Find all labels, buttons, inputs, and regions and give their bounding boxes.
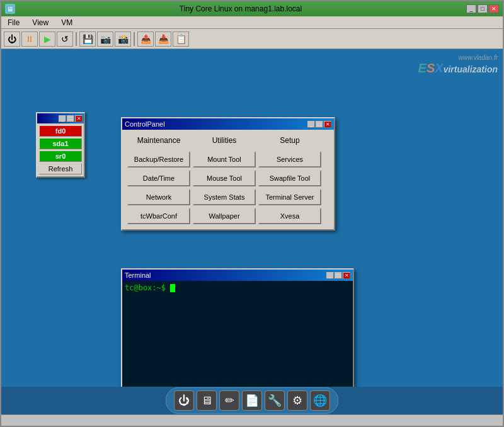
cp-maintenance-column: Maintenance Backup/Restore Date/Time Net…: [127, 135, 190, 224]
receive-button[interactable]: 📥: [155, 31, 171, 47]
widget-content: fd0 sda1 sr0 Refresh: [37, 123, 84, 176]
cp-content: Maintenance Backup/Restore Date/Time Net…: [122, 130, 334, 229]
disk-panel-widget: _ □ ✕ fd0 sda1 sr0 Refresh: [36, 112, 85, 178]
taskbar-power-icon[interactable]: ⏻: [174, 390, 194, 411]
disk-sr0[interactable]: sr0: [39, 151, 82, 162]
play-button[interactable]: ▶: [39, 31, 55, 47]
terminal-prompt: tc@box:~$: [125, 283, 170, 292]
esx-virtualization-text: virtualization: [444, 64, 498, 74]
xvesa-button[interactable]: Xvesa: [258, 208, 321, 224]
taskbar-group: ⏻ 🖥 ✏ 📄 🔧 ⚙ 🌐: [166, 387, 338, 414]
widget-maximize[interactable]: □: [67, 115, 74, 122]
taskbar-wrench-icon[interactable]: 🔧: [265, 390, 285, 411]
terminal-window: Terminal _ □ ✕ tc@box:~$: [121, 268, 354, 396]
cp-maintenance-header: Maintenance: [127, 135, 190, 146]
refresh-button[interactable]: Refresh: [39, 163, 82, 174]
control-panel-titlebar: ControlPanel _ □ ✕: [122, 118, 334, 130]
cp-controls: _ □ ✕: [307, 121, 331, 128]
close-button[interactable]: ✕: [489, 4, 499, 13]
title-bar: 🖥 Tiny Core Linux on manag1.lab.local _ …: [1, 1, 503, 16]
terminal-server-button[interactable]: Terminal Server: [258, 189, 321, 205]
cp-minimize[interactable]: _: [307, 121, 315, 128]
status-bar: [1, 414, 503, 426]
save-state-button[interactable]: 💾: [79, 31, 96, 47]
date-time-button[interactable]: Date/Time: [127, 170, 190, 186]
backup-restore-button[interactable]: Backup/Restore: [127, 151, 190, 168]
snapshot-button[interactable]: 📸: [115, 31, 131, 47]
widget-controls: _ □ ✕: [59, 115, 83, 122]
mouse-tool-button[interactable]: Mouse Tool: [193, 170, 256, 186]
cp-setup-column: Setup Services Swapfile Tool Terminal Se…: [258, 135, 321, 224]
esx-watermark: www.vladan.fr ESXvirtualization: [418, 54, 498, 76]
toolbar-separator-2: [134, 32, 135, 46]
vm-window: 🖥 Tiny Core Linux on manag1.lab.local _ …: [0, 0, 504, 427]
cp-setup-header: Setup: [258, 135, 321, 146]
maximize-button[interactable]: □: [478, 4, 488, 13]
control-panel-title: ControlPanel: [125, 120, 165, 128]
swapfile-tool-button[interactable]: Swapfile Tool: [258, 170, 321, 186]
taskbar-network-icon[interactable]: 🌐: [310, 390, 330, 411]
control-panel-window: ControlPanel _ □ ✕ Maintenance Backup/Re…: [121, 117, 335, 231]
power-button[interactable]: ⏻: [4, 31, 20, 47]
vm-icon: 🖥: [5, 4, 15, 14]
taskbar-settings-icon[interactable]: ⚙: [287, 390, 307, 411]
terminal-content[interactable]: tc@box:~$: [122, 281, 353, 394]
disk-sda1[interactable]: sda1: [39, 138, 82, 149]
desktop: www.vladan.fr ESXvirtualization _ □ ✕ fd…: [1, 49, 503, 414]
terminal-controls: _ □ ✕: [326, 272, 350, 279]
terminal-titlebar: Terminal _ □ ✕: [122, 270, 353, 281]
esx-x-letter: X: [435, 61, 443, 75]
tcwbarconf-button[interactable]: tcWbarConf: [127, 208, 190, 224]
pause-button[interactable]: ⏸: [21, 31, 38, 47]
mount-tool-button[interactable]: Mount Tool: [193, 151, 256, 168]
reset-button[interactable]: ↺: [57, 31, 73, 47]
taskbar-monitor-icon[interactable]: 🖥: [197, 390, 217, 411]
taskbar-edit-icon[interactable]: ✏: [219, 390, 239, 411]
cp-utilities-column: Utilities Mount Tool Mouse Tool System S…: [193, 135, 256, 224]
widget-titlebar: _ □ ✕: [37, 113, 84, 123]
terminal-close[interactable]: ✕: [343, 272, 350, 279]
cp-maximize[interactable]: □: [316, 121, 323, 128]
terminal-cursor: [170, 284, 175, 292]
menu-view[interactable]: View: [28, 17, 52, 28]
menu-vm[interactable]: VM: [57, 17, 76, 28]
window-title: Tiny Core Linux on manag1.lab.local: [15, 4, 466, 13]
cp-close[interactable]: ✕: [324, 121, 331, 128]
toolbar: ⏻ ⏸ ▶ ↺ 💾 📷 📸 📤 📥 📋: [1, 29, 503, 49]
system-stats-button[interactable]: System Stats: [193, 189, 256, 205]
taskbar: ⏻ 🖥 ✏ 📄 🔧 ⚙ 🌐: [1, 387, 503, 414]
widget-close[interactable]: ✕: [75, 115, 83, 122]
cp-columns: Maintenance Backup/Restore Date/Time Net…: [127, 135, 329, 224]
wallpaper-button[interactable]: Wallpaper: [193, 208, 256, 224]
minimize-button[interactable]: _: [466, 4, 476, 13]
window-controls: _ □ ✕: [466, 4, 499, 13]
disk-fd0[interactable]: fd0: [39, 125, 82, 137]
screenshot-button[interactable]: 📷: [97, 31, 113, 47]
taskbar-file-icon[interactable]: 📄: [242, 390, 262, 411]
terminal-minimize[interactable]: _: [326, 272, 334, 279]
esx-e-letter: E: [418, 61, 427, 75]
menu-file[interactable]: File: [4, 17, 23, 28]
menu-bar: File View VM: [1, 16, 503, 29]
cp-utilities-header: Utilities: [193, 135, 256, 146]
terminal-maximize[interactable]: □: [335, 272, 342, 279]
clipboard-button[interactable]: 📋: [173, 31, 189, 47]
network-button[interactable]: Network: [127, 189, 190, 205]
toolbar-separator-1: [76, 32, 77, 46]
services-button[interactable]: Services: [258, 151, 321, 168]
terminal-title: Terminal: [125, 271, 151, 279]
send-button[interactable]: 📤: [137, 31, 154, 47]
esx-s-letter: S: [427, 61, 435, 75]
widget-minimize[interactable]: _: [59, 115, 66, 122]
